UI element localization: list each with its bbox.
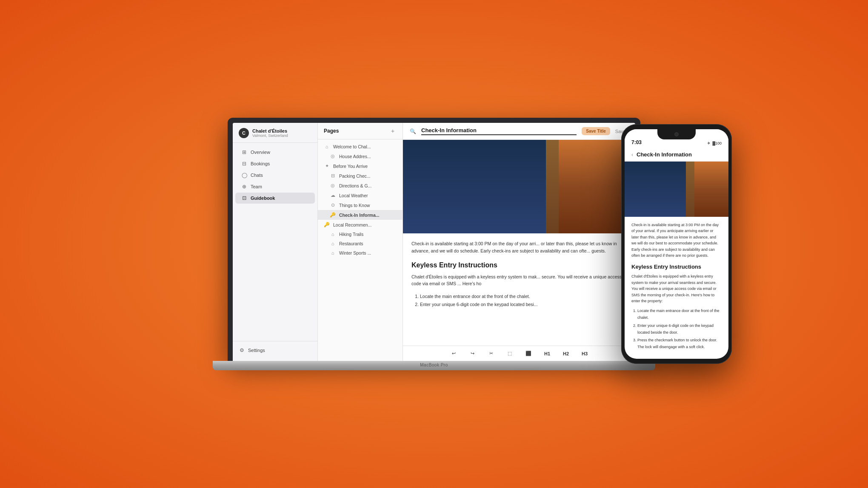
page-item-restaurants[interactable]: ⌂ Restaurants <box>318 239 403 248</box>
page-item-winter[interactable]: ⌂ Winter Sports ... <box>318 248 403 258</box>
page-item-before[interactable]: ✦ Before You Arrive <box>318 161 403 171</box>
content-header: 🔍 Save Title Saved <box>403 123 635 140</box>
h3-button[interactable]: H3 <box>579 348 591 360</box>
page-item-local[interactable]: 🔑 Local Recommen... <box>318 220 403 230</box>
macbook-screen-outer: C Chalet d'Étoiles Valmont, Switzerland … <box>228 118 640 361</box>
iphone-section-title: Keyless Entry Instructions <box>631 264 722 270</box>
sidebar-item-bookings[interactable]: ⊟ Bookings <box>235 158 315 169</box>
save-title-button[interactable]: Save Title <box>582 127 610 135</box>
content-text: Check-in is available starting at 3:00 P… <box>403 233 635 315</box>
iphone-status-icons: ✈ ▓100 <box>707 141 722 145</box>
airplane-icon: ✈ <box>707 141 711 145</box>
search-icon: 🔍 <box>410 128 416 134</box>
things-page-label: Things to Know <box>339 203 370 208</box>
weather-page-icon: ☁ <box>330 193 336 198</box>
winter-page-label: Winter Sports ... <box>339 250 371 255</box>
sidebar-nav: ⊞ Overview ⊟ Bookings ◯ Chats <box>233 143 317 341</box>
chats-icon: ◯ <box>241 172 247 178</box>
pages-header: Pages + <box>318 123 403 139</box>
team-icon: ⊕ <box>241 184 247 190</box>
page-item-weather[interactable]: ☁ Local Weather <box>318 190 403 200</box>
battery-icon: ▓100 <box>712 141 722 145</box>
welcome-page-icon: ⌂ <box>324 144 330 149</box>
sidebar-item-guidebook[interactable]: ⊡ Guidebook <box>235 193 315 204</box>
page-item-packing[interactable]: ⊟ Packing Chec... <box>318 171 403 181</box>
directions-page-label: Directions & G... <box>339 183 371 188</box>
local-page-icon: 🔑 <box>324 222 330 227</box>
restaurants-page-icon: ⌂ <box>330 241 336 246</box>
macbook-notch <box>408 118 460 121</box>
brand-avatar: C <box>239 128 249 138</box>
cut-button[interactable]: ✂ <box>485 348 497 360</box>
macbook-screen: C Chalet d'Étoiles Valmont, Switzerland … <box>233 123 635 361</box>
pages-add-button[interactable]: + <box>389 127 397 135</box>
redo-button[interactable]: ↪ <box>466 348 478 360</box>
sidebar-item-chats-label: Chats <box>251 173 263 178</box>
sidebar-item-overview[interactable]: ⊞ Overview <box>235 147 315 158</box>
keyless-entry-heading: Keyless Entry Instructions <box>411 261 627 269</box>
page-item-directions[interactable]: ◎ Directions & G... <box>318 181 403 190</box>
pages-list: ⌂ Welcome to Chal... ◎ House Addres... ✦… <box>318 139 403 361</box>
winter-page-icon: ⌂ <box>330 250 336 255</box>
settings-label: Settings <box>248 348 265 353</box>
door-visual <box>403 140 635 233</box>
sidebar-item-chats[interactable]: ◯ Chats <box>235 170 315 181</box>
page-title-input[interactable] <box>421 127 577 135</box>
keyless-entry-para: Chalet d'Étoiles is equipped with a keyl… <box>411 273 627 288</box>
house-page-icon: ◎ <box>330 153 336 159</box>
hiking-page-label: Hiking Trails <box>339 232 363 237</box>
checkin-intro-para: Check-in is available starting at 3:00 P… <box>411 240 627 255</box>
iphone-list-item: Press the checkmark button to unlock the… <box>637 337 722 350</box>
iphone-section-intro: Chalet d'Étoiles is equipped with a keyl… <box>631 273 722 304</box>
h1-button[interactable]: H1 <box>541 348 553 360</box>
sidebar: C Chalet d'Étoiles Valmont, Switzerland … <box>233 123 318 361</box>
content-body: Check-in is available starting at 3:00 P… <box>403 140 635 361</box>
iphone-screen: 7:03 ✈ ▓100 ‹ Check-In Information Check… <box>625 129 728 359</box>
iphone-list-item: Enter your unique 6-digit code on the ke… <box>637 322 722 336</box>
list-item: Locate the main entrance door at the fro… <box>420 292 627 301</box>
bookings-icon: ⊟ <box>241 161 247 167</box>
brand-info: Chalet d'Étoiles Valmont, Switzerland <box>252 128 311 138</box>
weather-page-label: Local Weather <box>339 193 368 198</box>
settings-item[interactable]: ⚙ Settings <box>239 345 311 356</box>
brand-initial: C <box>242 131 246 136</box>
checkin-page-label: Check-In Informa... <box>339 213 380 218</box>
iphone-keyless-list: Locate the main entrance door at the fro… <box>631 307 722 351</box>
pages-panel: Pages + ⌂ Welcome to Chal... ◎ House Add… <box>318 123 403 361</box>
page-item-welcome[interactable]: ⌂ Welcome to Chal... <box>318 142 403 151</box>
before-page-label: Before You Arrive <box>333 164 368 169</box>
iphone-hero-image <box>625 162 728 217</box>
restaurants-page-label: Restaurants <box>339 241 363 246</box>
sidebar-item-team[interactable]: ⊕ Team <box>235 181 315 192</box>
door-center <box>546 140 559 233</box>
page-item-house[interactable]: ◎ House Addres... <box>318 151 403 161</box>
page-item-checkin[interactable]: 🔑 Check-In Informa... <box>318 210 403 220</box>
hiking-page-icon: ⌂ <box>330 232 336 237</box>
undo-button[interactable]: ↩ <box>448 348 460 360</box>
sidebar-item-guidebook-label: Guidebook <box>251 196 275 201</box>
copy-button[interactable]: ⬚ <box>504 348 516 360</box>
iphone: 7:03 ✈ ▓100 ‹ Check-In Information Check… <box>621 124 732 364</box>
iphone-nav: ‹ Check-In Information <box>625 148 728 162</box>
h2-button[interactable]: H2 <box>560 348 572 360</box>
sidebar-item-bookings-label: Bookings <box>251 161 270 166</box>
app-layout: C Chalet d'Étoiles Valmont, Switzerland … <box>233 123 635 361</box>
iphone-notch <box>657 129 696 139</box>
page-item-things[interactable]: ⊙ Things to Know <box>318 200 403 210</box>
settings-icon: ⚙ <box>239 347 245 353</box>
scene: C Chalet d'Étoiles Valmont, Switzerland … <box>0 0 868 488</box>
packing-page-icon: ⊟ <box>330 173 336 179</box>
iphone-back-button[interactable]: ‹ <box>631 152 633 158</box>
iphone-content: Check-in is available starting at 3:00 P… <box>625 217 728 351</box>
sidebar-item-team-label: Team <box>251 184 262 189</box>
iphone-list-item: Locate the main entrance door at the fro… <box>637 307 722 321</box>
guidebook-icon: ⊡ <box>241 195 247 201</box>
packing-page-label: Packing Chec... <box>339 173 371 179</box>
paste-button[interactable]: ⬛ <box>523 348 534 360</box>
iphone-intro-para: Check-in is available starting at 3:00 P… <box>631 222 722 258</box>
sidebar-footer: ⚙ Settings <box>233 341 317 361</box>
format-toolbar: ↩ ↪ ✂ ⬚ ⬛ H1 H2 H3 <box>403 346 635 361</box>
macbook-base <box>213 361 655 370</box>
page-item-hiking[interactable]: ⌂ Hiking Trails <box>318 230 403 239</box>
sidebar-brand: C Chalet d'Étoiles Valmont, Switzerland <box>233 123 317 143</box>
